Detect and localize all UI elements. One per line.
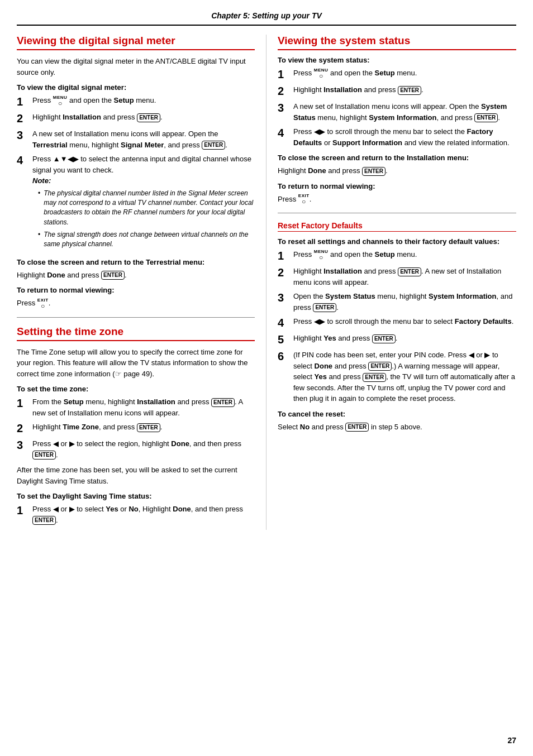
exit-icon: EXIT○ [298,194,310,205]
reset-all-heading: To reset all settings and channels to th… [278,237,516,246]
system-status-steps: 1 Press MENU○ and open the Setup menu. 2… [278,68,516,148]
to-view-digital-heading: To view the digital signal meter: [17,83,255,92]
tz-step-1: 1 From the Setup menu, highlight Install… [17,396,255,418]
enter-btn: ENTER [363,373,386,382]
note-bullets: The physical digital channel number list… [32,189,255,250]
time-zone-intro: The Time Zone setup will allow you to sp… [17,347,255,380]
system-status-title: Viewing the system status [278,35,516,50]
digital-signal-steps: 1 Press MENU○ and open the Setup menu. 2… [17,95,255,252]
left-column: Viewing the digital signal meter You can… [17,35,266,530]
ss-step-3: 3 A new set of Installation menu icons w… [278,101,516,123]
close-installation-text: Highlight Done and press ENTER. [278,165,516,176]
return-viewing-text: Press EXIT○. [17,298,255,309]
note-bullet-1: The physical digital channel number list… [38,189,255,228]
exit-icon: EXIT○ [37,298,49,309]
note-label: Note: [32,176,51,185]
ss-step-4: 4 Press ◀▶ to scroll through the menu ba… [278,126,516,148]
view-system-status-heading: To view the system status: [278,56,516,64]
time-zone-section: Setting the time zone The Time Zone setu… [17,326,255,526]
enter-btn: ENTER [137,423,160,432]
step-4: 4 Press ▲▼◀▶ to select the antenna input… [17,154,255,252]
return-viewing-heading: To return to normal viewing: [17,286,255,294]
menu-icon: MENU○ [314,250,329,261]
enter-btn: ENTER [362,167,386,176]
enter-btn: ENTER [137,113,160,122]
cancel-reset-heading: To cancel the reset: [278,410,516,418]
divider-1 [17,317,255,318]
rf-step-1: 1 Press MENU○ and open the Setup menu. [278,249,516,262]
enter-btn: ENTER [398,86,421,95]
enter-btn: ENTER [211,398,235,407]
time-zone-steps: 1 From the Setup menu, highlight Install… [17,396,255,460]
step-1: 1 Press MENU○ and open the Setup menu. [17,95,255,108]
chapter-title: Chapter 5: Setting up your TV [17,11,516,26]
tz-step-3: 3 Press ◀ or ▶ to select the region, hig… [17,438,255,460]
enter-btn: ENTER [474,113,498,122]
ss-step-1: 1 Press MENU○ and open the Setup menu. [278,68,516,81]
divider-2 [278,213,516,213]
dst-steps: 1 Press ◀ or ▶ to select Yes or No, High… [17,504,255,525]
close-installation-heading: To close the screen and return to the In… [278,154,516,162]
rf-step-5: 5 Highlight Yes and press ENTER. [278,333,516,346]
menu-icon: MENU○ [53,95,68,107]
enter-btn: ENTER [345,423,369,432]
after-time-zone-text: After the time zone has been set, you wi… [17,465,255,486]
enter-btn: ENTER [398,267,421,276]
page-number: 27 [507,736,516,745]
enter-btn: ENTER [202,141,225,150]
rf-step-4: 4 Press ◀▶ to scroll through the menu ba… [278,316,516,329]
close-terrestrial-text: Highlight Done and press ENTER. [17,270,255,281]
rf-step-3: 3 Open the System Status menu, highlight… [278,291,516,313]
enter-btn: ENTER [372,334,396,343]
system-status-section: Viewing the system status To view the sy… [278,35,516,205]
rf-step-6: 6 (If PIN code has been set, enter your … [278,350,516,404]
tz-step-2: 2 Highlight Time Zone, and press ENTER. [17,422,255,435]
enter-btn: ENTER [313,303,336,312]
dst-step-1: 1 Press ◀ or ▶ to select Yes or No, High… [17,504,255,525]
ss-step-2: 2 Highlight Installation and press ENTER… [278,84,516,98]
reset-factory-defaults-section: Reset Factory Defaults To reset all sett… [278,221,516,432]
enter-btn: ENTER [101,271,125,280]
time-zone-title: Setting the time zone [17,326,255,341]
cancel-reset-text: Select No and press ENTER in step 5 abov… [278,422,516,433]
step-3: 3 A new set of Installation menu icons w… [17,128,255,150]
set-time-zone-heading: To set the time zone: [17,385,255,393]
reset-steps: 1 Press MENU○ and open the Setup menu. 2… [278,249,516,404]
digital-signal-meter-intro: You can view the digital signal meter in… [17,56,255,78]
dst-heading: To set the Daylight Saving Time status: [17,492,255,500]
right-column: Viewing the system status To view the sy… [266,35,516,530]
digital-signal-meter-title: Viewing the digital signal meter [17,35,255,50]
return-normal-text: Press EXIT○. [278,194,516,205]
reset-factory-defaults-title: Reset Factory Defaults [278,221,516,232]
note-bullet-2: The signal strength does not change betw… [38,230,255,250]
step-2: 2 Highlight Installation and press ENTER… [17,112,255,125]
enter-btn: ENTER [32,516,56,525]
menu-icon: MENU○ [314,68,329,79]
return-normal-heading: To return to normal viewing: [278,182,516,190]
close-terrestrial-heading: To close the screen and return to the Te… [17,258,255,266]
rf-step-2: 2 Highlight Installation and press ENTER… [278,266,516,288]
enter-btn: ENTER [32,451,56,460]
digital-signal-meter-section: Viewing the digital signal meter You can… [17,35,255,309]
enter-btn: ENTER [368,362,392,371]
